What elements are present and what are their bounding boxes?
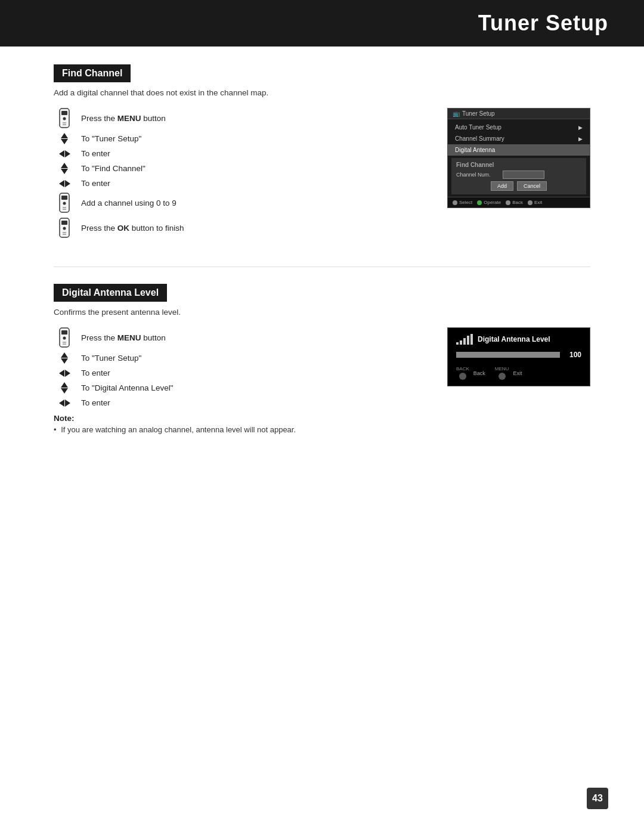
sc-footer-exit: Exit: [528, 200, 542, 205]
ant-step-text-4: To "Digital Antenna Level": [81, 383, 173, 392]
svg-rect-19: [63, 343, 66, 345]
sc-footer-back: Back: [506, 200, 523, 205]
arrow-ud-icon-1: [54, 133, 75, 144]
step-row-6: Add a channel using 0 to 9: [54, 193, 429, 213]
triangle-up: [61, 133, 68, 138]
ant-arrow-up-down-2: [61, 382, 68, 394]
triangle-right-2: [65, 180, 70, 187]
ant-step-row-2: To "Tuner Setup": [54, 352, 429, 364]
arrow-ud-icon-2: [54, 163, 75, 174]
sc-menu-list: Auto Tuner Setup ▶ Channel Summary ▶ Dig…: [448, 119, 590, 158]
remote-icon-2: [56, 193, 73, 213]
sc-ant-footer-exit: MENU Exit: [495, 366, 522, 380]
sc-menu-label: MENU: [495, 366, 509, 371]
ant-arrow-lr-icon-2: [54, 400, 75, 407]
bullet-icon: •: [54, 425, 57, 434]
svg-rect-4: [63, 124, 66, 125]
arrow-lr-icon-1: [54, 150, 75, 157]
ant-tri-left-2: [59, 400, 64, 407]
find-channel-body: Press the MENU button To "Tuner Setup": [54, 108, 590, 243]
signal-bar-3: [463, 338, 466, 345]
note-label: Note:: [54, 414, 75, 423]
find-channel-heading: Find Channel: [54, 64, 131, 82]
svg-point-7: [63, 202, 66, 205]
sc-footer-operate: Operate: [477, 200, 501, 205]
svg-rect-13: [63, 232, 66, 233]
ant-arrow-left-right-1: [59, 370, 70, 377]
sc-antenna-bar-row: 100: [456, 351, 581, 359]
sc-title-text: Tuner Setup: [462, 110, 495, 117]
page-title: Tuner Setup: [0, 11, 608, 36]
ant-step-text-3: To enter: [81, 368, 110, 377]
ant-step-text-2: To "Tuner Setup": [81, 354, 141, 363]
triangle-up-2: [61, 163, 68, 168]
ant-tri-right-1: [65, 370, 70, 377]
ant-arrow-ud-icon-2: [54, 382, 75, 394]
sc-bar-track: [456, 352, 560, 358]
ant-step-text-5: To enter: [81, 398, 110, 407]
step-text-2: To "Tuner Setup": [81, 134, 141, 143]
sc-find-channel-title: Find Channel: [456, 162, 581, 168]
remote-icon-cell-3: [54, 218, 75, 238]
find-channel-screenshot: 📺 Tuner Setup Auto Tuner Setup ▶ Channel…: [447, 108, 590, 208]
svg-rect-3: [63, 122, 66, 123]
svg-rect-1: [61, 111, 67, 115]
ant-tri-down-2: [61, 388, 68, 394]
sc-find-channel-panel: Find Channel Channel Num. Add Cancel: [451, 158, 586, 194]
ant-arrow-lr-icon-1: [54, 370, 75, 377]
sc-footer-select: Select: [453, 200, 472, 205]
sc-channel-num-row: Channel Num.: [456, 171, 581, 179]
arrow-up-down-2: [61, 163, 68, 174]
sc-menu-btn: [499, 373, 506, 380]
remote-icon-1: [56, 108, 73, 128]
step-text-3: To enter: [81, 149, 110, 158]
svg-rect-16: [61, 330, 67, 335]
note-section: Note: • If you are watching an analog ch…: [54, 413, 429, 434]
sc-antenna-footer: BACK Back MENU Exit: [456, 366, 581, 380]
find-channel-instructions: Press the MENU button To "Tuner Setup": [54, 108, 429, 243]
svg-rect-9: [63, 209, 66, 210]
ant-arrow-ud-icon-1: [54, 352, 75, 364]
sc-back-text: Back: [473, 370, 485, 376]
step-row-1: Press the MENU button: [54, 108, 429, 128]
sc-bar-number: 100: [565, 351, 581, 359]
ant-step-row-4: To "Digital Antenna Level": [54, 382, 429, 394]
ant-step-row-5: To enter: [54, 398, 429, 407]
svg-rect-18: [63, 342, 66, 343]
sc-dot-operate: [477, 200, 482, 205]
remote-icon-cell-1: [54, 108, 75, 128]
triangle-right: [65, 150, 70, 157]
sc-ant-footer-back: BACK Back: [456, 366, 485, 380]
sc-cancel-button: Cancel: [517, 181, 547, 191]
triangle-down-2: [61, 169, 68, 174]
arrow-left-right-2: [59, 180, 70, 187]
content-area: Find Channel Add a digital channel that …: [0, 64, 644, 494]
sc-add-button: Add: [491, 181, 513, 191]
svg-rect-11: [61, 221, 67, 225]
svg-point-12: [63, 227, 66, 230]
sc-exit-text: Exit: [513, 370, 522, 376]
signal-bar-2: [460, 340, 462, 345]
ant-tri-down-1: [61, 358, 68, 364]
sc-back-label: BACK: [456, 366, 469, 371]
triangle-down: [61, 139, 68, 144]
sc-menu-digital-antenna: Digital Antenna: [448, 144, 590, 156]
antenna-signal-icon: [456, 334, 473, 345]
signal-bar-5: [470, 334, 473, 345]
arrow-right-icon-1: ▶: [578, 125, 583, 131]
digital-antenna-body: Press the MENU button To "Tuner Setup": [54, 327, 590, 434]
find-channel-desc: Add a digital channel that does not exis…: [54, 88, 590, 97]
digital-antenna-desc: Confirms the present antenna level.: [54, 308, 590, 317]
svg-rect-14: [63, 234, 66, 235]
step-row-7: Press the OK button to finish: [54, 218, 429, 238]
ant-step-row-1: Press the MENU button: [54, 327, 429, 348]
signal-bar-1: [456, 342, 459, 345]
ant-remote-icon-cell-1: [54, 327, 75, 348]
arrow-left-right: [59, 150, 70, 157]
step-text-1: Press the MENU button: [81, 114, 166, 123]
step-text-7: Press the OK button to finish: [81, 224, 184, 233]
step-text-6: Add a channel using 0 to 9: [81, 199, 177, 208]
triangle-left: [59, 150, 64, 157]
signal-bar-4: [467, 336, 469, 345]
sc-bar-fill: [456, 352, 560, 358]
